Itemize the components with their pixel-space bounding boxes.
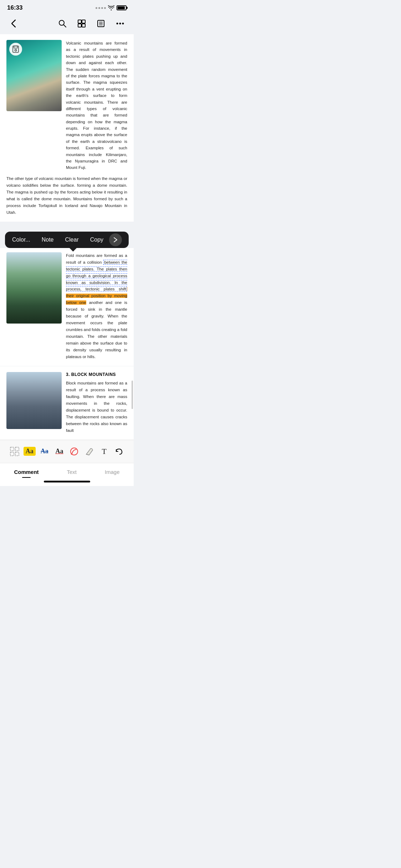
context-menu-color[interactable]: Color...	[6, 232, 36, 248]
tab-active-indicator	[22, 477, 31, 478]
underline-tool[interactable]: Aa	[52, 444, 67, 459]
mountain-image-1	[6, 252, 62, 324]
highlight-yellow-tool[interactable]: Aa	[22, 444, 37, 459]
svg-rect-14	[14, 46, 17, 48]
svg-rect-16	[10, 447, 14, 451]
highlight-strikethrough-tool[interactable]: Aa	[37, 444, 52, 459]
article-section-2: Fold mountains are formed as a result of…	[0, 248, 134, 366]
bottom-tabs: Comment Text Image	[0, 463, 134, 478]
section-gap-1	[0, 222, 134, 228]
search-button[interactable]	[56, 17, 69, 30]
article-image-1-wrap	[6, 40, 62, 171]
top-toolbar	[0, 14, 134, 34]
scroll-indicator[interactable]	[132, 381, 133, 409]
article-section-1: Volcanic mountains are formed as a resul…	[0, 34, 134, 222]
status-bar: 16:33	[0, 0, 134, 14]
status-time: 16:33	[7, 4, 22, 11]
section-3-heading: 3. BLOCK MOUNTAINS	[66, 372, 127, 377]
back-button[interactable]	[7, 17, 20, 30]
marker-tool[interactable]	[67, 444, 82, 459]
context-menu-clear[interactable]: Clear	[59, 232, 84, 248]
home-indicator	[0, 478, 134, 486]
bottom-toolbar: Aa Aa Aa T	[0, 440, 134, 463]
fold-text-after: another and one is forced to sink in the…	[66, 300, 127, 359]
tab-text[interactable]: Text	[60, 467, 84, 476]
svg-rect-4	[78, 24, 81, 27]
tab-comment[interactable]: Comment	[7, 467, 46, 476]
more-button[interactable]	[114, 17, 127, 30]
svg-point-12	[122, 23, 124, 25]
context-menu-more[interactable]	[109, 233, 122, 246]
svg-rect-17	[15, 447, 19, 451]
svg-rect-18	[10, 452, 14, 456]
tab-image[interactable]: Image	[98, 467, 127, 476]
context-menu-copy[interactable]: Copy	[84, 232, 109, 248]
fold-text-highlighted-dashed: between the tectonic plates. The plates …	[66, 260, 127, 292]
home-bar	[44, 481, 90, 482]
section-3-body: Block mountains are formed as a result o…	[66, 380, 127, 434]
undo-tool[interactable]	[112, 444, 127, 459]
list-button[interactable]	[94, 17, 107, 30]
fold-text: Fold mountains are formed as a result of…	[66, 252, 127, 361]
section-3-content: 3. BLOCK MOUNTAINS Block mountains are f…	[66, 372, 127, 434]
svg-line-1	[64, 25, 66, 27]
toolbar-right	[56, 17, 127, 30]
svg-point-11	[119, 23, 121, 25]
status-icons	[96, 5, 127, 10]
article-section-3: 3. BLOCK MOUNTAINS Block mountains are f…	[0, 366, 134, 440]
save-badge[interactable]	[9, 43, 22, 56]
svg-rect-3	[82, 20, 85, 23]
text-tool[interactable]: T	[97, 444, 112, 459]
svg-rect-5	[82, 24, 85, 27]
eraser-tool[interactable]	[82, 444, 97, 459]
context-menu: Color... Note Clear Copy	[5, 232, 129, 248]
selection-tool[interactable]	[7, 444, 22, 459]
svg-point-15	[15, 50, 17, 51]
svg-rect-19	[15, 452, 19, 456]
signal-icon	[96, 7, 106, 9]
article-text-1: Volcanic mountains are formed as a resul…	[66, 40, 127, 171]
svg-point-10	[117, 23, 118, 25]
grid-button[interactable]	[75, 17, 88, 30]
block-mountain-image	[6, 372, 62, 429]
context-menu-area: Color... Note Clear Copy	[0, 228, 134, 248]
svg-rect-2	[78, 20, 81, 23]
article-text-2: The other type of volcanic mountain is f…	[6, 175, 127, 216]
wifi-icon	[108, 5, 114, 10]
battery-icon	[117, 5, 127, 10]
context-menu-note[interactable]: Note	[36, 232, 60, 248]
